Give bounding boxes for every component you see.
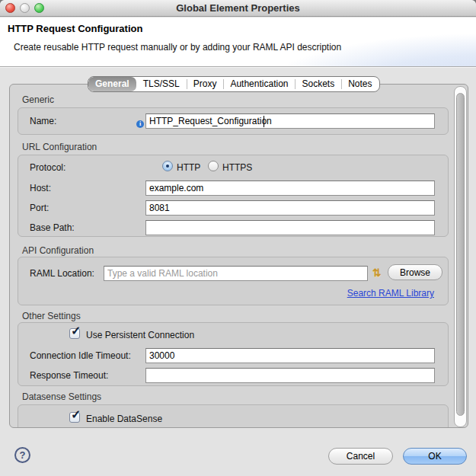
https-radio-label[interactable]: HTTPS <box>222 162 252 173</box>
help-button[interactable]: ? <box>14 447 30 463</box>
base-path-label: Base Path: <box>30 222 75 233</box>
response-timeout-input[interactable] <box>145 368 435 383</box>
http-radio[interactable] <box>162 161 173 171</box>
port-label: Port: <box>30 203 49 213</box>
tab-bar: General TLS/SSL Proxy Authentication Soc… <box>88 76 380 92</box>
enable-datasense-label[interactable]: Enable DataSense <box>86 414 162 424</box>
browse-button[interactable]: Browse <box>388 264 442 280</box>
close-button[interactable] <box>5 3 15 13</box>
https-radio[interactable] <box>208 161 219 171</box>
connection-idle-timeout-label: Connection Idle Timeout: <box>30 350 131 361</box>
sync-raml-icon[interactable]: ⇅ <box>372 267 382 279</box>
http-radio-label[interactable]: HTTP <box>177 162 200 173</box>
host-input[interactable] <box>145 180 435 196</box>
section-title-url: URL Configuration <box>22 142 97 152</box>
section-title-datasense: Datasense Settings <box>22 391 101 402</box>
raml-location-input[interactable] <box>104 266 368 281</box>
protocol-label: Protocol: <box>30 162 65 173</box>
tab-authentication[interactable]: Authentication <box>223 77 295 91</box>
port-input[interactable] <box>145 200 435 216</box>
use-persistent-connection-checkbox[interactable] <box>69 328 80 339</box>
name-input[interactable] <box>145 113 435 129</box>
text-caret <box>264 116 264 127</box>
ok-button[interactable]: OK <box>403 448 467 465</box>
enable-datasense-checkbox[interactable] <box>69 412 80 423</box>
datasense-group <box>18 404 449 428</box>
section-title-api: API Configuration <box>22 245 94 256</box>
tab-tls-ssl[interactable]: TLS/SSL <box>136 77 187 91</box>
section-title-other: Other Settings <box>22 311 81 321</box>
page-subtitle: Create reusable HTTP request manually or… <box>14 42 341 53</box>
general-tab-panel: Generic Name: i URL Configuration Protoc… <box>9 84 468 428</box>
use-persistent-connection-label[interactable]: Use Persistent Connection <box>86 330 194 340</box>
response-timeout-label: Response Timeout: <box>30 370 108 381</box>
cancel-button[interactable]: Cancel <box>328 448 393 465</box>
search-raml-library-link[interactable]: Search RAML Library <box>347 288 434 299</box>
global-element-properties-dialog: Global Element Properties HTTP Request C… <box>0 0 476 476</box>
page-title: HTTP Request Configuration <box>8 23 142 34</box>
tab-sockets[interactable]: Sockets <box>295 77 341 91</box>
dialog-header: HTTP Request Configuration Create reusab… <box>0 18 476 67</box>
tab-notes[interactable]: Notes <box>341 77 379 91</box>
zoom-button[interactable] <box>34 3 44 13</box>
connection-idle-timeout-input[interactable] <box>145 348 435 363</box>
section-title-generic: Generic <box>22 94 54 105</box>
host-label: Host: <box>30 183 51 193</box>
window-title: Global Element Properties <box>0 0 476 17</box>
title-bar: Global Element Properties <box>0 0 476 17</box>
name-label: Name: <box>30 116 56 126</box>
tab-proxy[interactable]: Proxy <box>187 77 224 91</box>
base-path-input[interactable] <box>145 220 435 235</box>
minimize-button[interactable] <box>20 3 30 13</box>
info-icon: i <box>136 120 144 128</box>
scrollbar-thumb[interactable] <box>456 93 465 416</box>
tab-general[interactable]: General <box>88 77 136 91</box>
scrollbar-track[interactable] <box>454 86 467 427</box>
raml-location-label: RAML Location: <box>30 268 94 279</box>
